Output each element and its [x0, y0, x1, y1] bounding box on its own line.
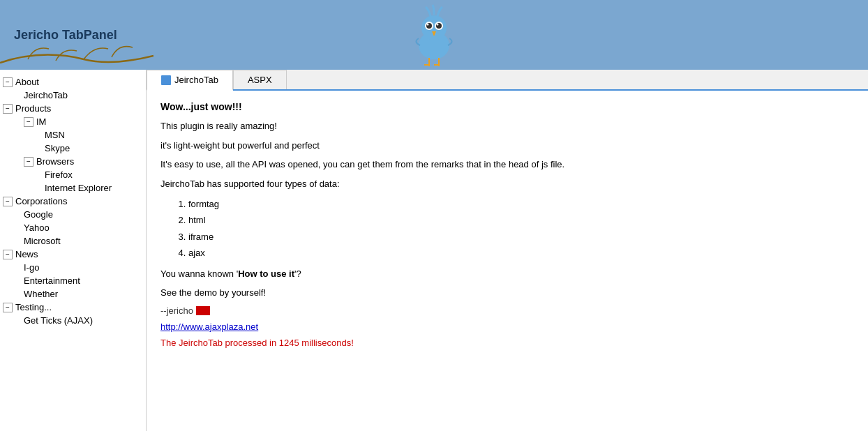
testing-toggle[interactable]: −: [3, 303, 13, 312]
sidebar-item-whether[interactable]: Whether: [21, 287, 146, 301]
svg-point-7: [437, 24, 439, 26]
tab-aspx[interactable]: ASPX: [233, 70, 287, 89]
about-children: JeirchoTab: [0, 89, 146, 102]
sidebar-item-corporations[interactable]: − Corporations: [0, 195, 146, 208]
sidebar-item-about[interactable]: − About: [0, 75, 146, 89]
list-item-formtag: formtag: [188, 196, 854, 212]
list-item-iframe: iframe: [188, 229, 854, 245]
svg-point-1: [421, 15, 447, 40]
bird-logo: [406, 3, 462, 68]
sidebar-item-skype[interactable]: Skype: [42, 142, 146, 155]
how-to-post: '?: [294, 269, 301, 279]
corporations-children: Google Yahoo Microsoft: [0, 208, 146, 248]
browsers-toggle[interactable]: −: [24, 157, 33, 167]
header: Jericho TabPanel: [0, 0, 868, 70]
sidebar-item-google[interactable]: Google: [21, 208, 146, 221]
sidebar-item-jeirchotab[interactable]: JeirchoTab: [21, 89, 146, 102]
tab-jeicho[interactable]: JeirchoTab: [147, 70, 233, 91]
content-para-4: JeirchoTab has supported four types of d…: [160, 177, 854, 191]
see-demo-para: See the demo by yourself!: [160, 286, 854, 300]
sidebar-group-news: − News I-go Entertainment Whether: [0, 248, 146, 301]
tab-icon-jeicho: [161, 75, 171, 85]
im-toggle[interactable]: −: [24, 117, 33, 127]
sidebar-item-testing[interactable]: − Testing...: [0, 301, 146, 314]
content-area: JeirchoTab ASPX Wow...just wow!!! This p…: [147, 70, 868, 431]
products-children: − IM MSN Skype − Browsers: [0, 115, 146, 195]
list-item-ajax: ajax: [188, 245, 854, 261]
sidebar-item-get-ticks[interactable]: Get Ticks (AJAX): [21, 314, 146, 327]
sidebar-item-firefox[interactable]: Firefox: [42, 168, 146, 181]
sidebar-item-products[interactable]: − Products: [0, 102, 146, 115]
svg-point-4: [427, 24, 429, 26]
about-toggle[interactable]: −: [3, 77, 13, 87]
tab-bar: JeirchoTab ASPX: [147, 70, 868, 91]
news-toggle[interactable]: −: [3, 250, 13, 259]
im-children: MSN Skype: [21, 128, 146, 155]
corporations-toggle[interactable]: −: [3, 197, 13, 206]
list-item-html: html: [188, 212, 854, 228]
testing-children: Get Ticks (AJAX): [0, 314, 146, 327]
sidebar-item-msn[interactable]: MSN: [42, 128, 146, 142]
sidebar-item-news[interactable]: − News: [0, 248, 146, 261]
branch-decoration: [0, 28, 154, 70]
signature-text: --jericho: [160, 305, 193, 316]
flag-icon: [196, 306, 210, 315]
process-time: The JeirchoTab processed in 1245 millise…: [160, 338, 854, 348]
how-to-use-para: You wanna known 'How to use it'?: [160, 267, 854, 281]
sidebar-item-microsoft[interactable]: Microsoft: [21, 234, 146, 248]
content-para-3: It's easy to use, all the API was opened…: [160, 158, 854, 172]
sidebar: − About JeirchoTab − Products − IM: [0, 70, 147, 431]
sidebar-item-im[interactable]: − IM: [21, 115, 146, 128]
sidebar-item-igo[interactable]: I-go: [21, 261, 146, 274]
content-para-1: This plugin is really amazing!: [160, 119, 854, 133]
sidebar-group-corporations: − Corporations Google Yahoo Microsoft: [0, 195, 146, 248]
browsers-children: Firefox Internet Explorer: [21, 168, 146, 195]
tab-label-jeicho: JeirchoTab: [174, 75, 218, 85]
signature: --jericho: [160, 305, 854, 316]
tab-label-aspx: ASPX: [248, 75, 272, 85]
data-types-list: formtag html iframe ajax: [188, 196, 854, 262]
tab-content-area: Wow...just wow!!! This plugin is really …: [147, 91, 868, 431]
how-to-pre: You wanna known ': [160, 269, 238, 279]
sidebar-group-about: − About JeirchoTab: [0, 75, 146, 102]
sidebar-item-entertainment[interactable]: Entertainment: [21, 274, 146, 287]
main-layout: − About JeirchoTab − Products − IM: [0, 70, 868, 431]
ajax-plaza-link[interactable]: http://www.ajaxplaza.net: [160, 322, 854, 332]
products-toggle[interactable]: −: [3, 104, 13, 114]
content-heading: Wow...just wow!!!: [160, 101, 854, 112]
sidebar-group-testing: − Testing... Get Ticks (AJAX): [0, 301, 146, 327]
sidebar-group-products: − Products − IM MSN Skype: [0, 102, 146, 195]
news-children: I-go Entertainment Whether: [0, 261, 146, 301]
sidebar-item-internet-explorer[interactable]: Internet Explorer: [42, 181, 146, 195]
sidebar-item-yahoo[interactable]: Yahoo: [21, 221, 146, 234]
how-to-bold: How to use it: [238, 269, 294, 279]
content-para-2: it's light-weight but powerful and perfe…: [160, 139, 854, 153]
sidebar-item-browsers[interactable]: − Browsers: [21, 155, 146, 168]
